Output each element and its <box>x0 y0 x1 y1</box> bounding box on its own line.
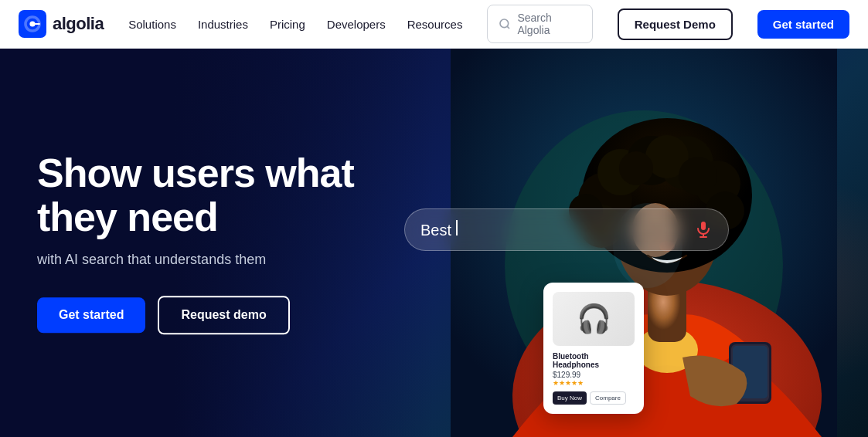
hero-buttons: Get started Request demo <box>37 296 354 334</box>
svg-point-20 <box>619 151 653 185</box>
svg-point-1 <box>29 21 35 26</box>
nav-links: Solutions Industries Pricing Developers … <box>128 18 462 31</box>
svg-rect-28 <box>701 222 706 230</box>
logo-text: algolia <box>53 14 104 34</box>
search-cursor <box>456 220 458 235</box>
get-started-hero-button[interactable]: Get started <box>37 297 145 333</box>
search-placeholder-text: Search Algolia <box>517 12 580 36</box>
product-card-stars: ★★★★★ <box>553 379 635 387</box>
product-card-actions: Buy Now Compare <box>553 391 635 405</box>
mic-icon <box>694 220 713 239</box>
nav-link-industries[interactable]: Industries <box>198 18 248 31</box>
hero-content: Show users what they need with AI search… <box>37 151 354 334</box>
search-bar[interactable]: Search Algolia <box>487 5 592 43</box>
svg-rect-2 <box>35 23 40 25</box>
hero-search-bar[interactable]: Best <box>404 208 729 251</box>
product-card-price: $129.99 <box>553 371 635 379</box>
get-started-nav-button[interactable]: Get started <box>757 10 849 39</box>
svg-point-3 <box>500 19 509 28</box>
hero-subheadline: with AI search that understands them <box>37 252 354 268</box>
buy-now-button[interactable]: Buy Now <box>553 391 587 405</box>
headphones-icon: 🎧 <box>577 303 611 335</box>
product-card: 🎧 Bluetooth Headphones $129.99 ★★★★★ Buy… <box>543 283 644 414</box>
algolia-logo-icon <box>19 10 46 38</box>
hero-section: Show users what they need with AI search… <box>0 49 868 437</box>
hero-headline: Show users what they need <box>37 151 354 239</box>
hero-search-ui: Best <box>404 208 729 266</box>
request-demo-hero-button[interactable]: Request demo <box>158 296 289 334</box>
navbar: algolia Solutions Industries Pricing Dev… <box>0 0 868 49</box>
product-card-image: 🎧 <box>553 292 635 346</box>
compare-button[interactable]: Compare <box>590 391 626 405</box>
nav-link-solutions[interactable]: Solutions <box>128 18 176 31</box>
search-icon <box>499 18 511 30</box>
product-card-title: Bluetooth Headphones <box>553 352 635 369</box>
nav-link-pricing[interactable]: Pricing <box>270 18 305 31</box>
request-demo-button[interactable]: Request Demo <box>618 8 733 40</box>
search-query-display: Best <box>420 220 458 239</box>
logo-link[interactable]: algolia <box>19 10 104 38</box>
nav-link-resources[interactable]: Resources <box>407 18 463 31</box>
svg-point-21 <box>679 157 717 195</box>
nav-link-developers[interactable]: Developers <box>327 18 386 31</box>
